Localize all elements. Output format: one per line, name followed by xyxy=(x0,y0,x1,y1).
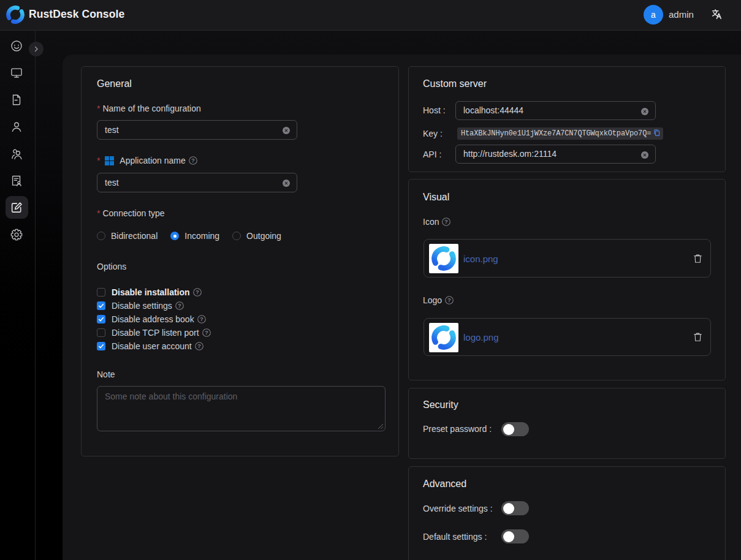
svg-text:?: ? xyxy=(200,316,203,322)
svg-text:?: ? xyxy=(178,302,181,309)
svg-text:?: ? xyxy=(445,218,449,225)
svg-text:?: ? xyxy=(196,289,199,295)
svg-text:?: ? xyxy=(447,297,451,303)
svg-text:?: ? xyxy=(205,329,208,336)
svg-text:?: ? xyxy=(191,157,195,164)
svg-text:?: ? xyxy=(197,342,201,349)
